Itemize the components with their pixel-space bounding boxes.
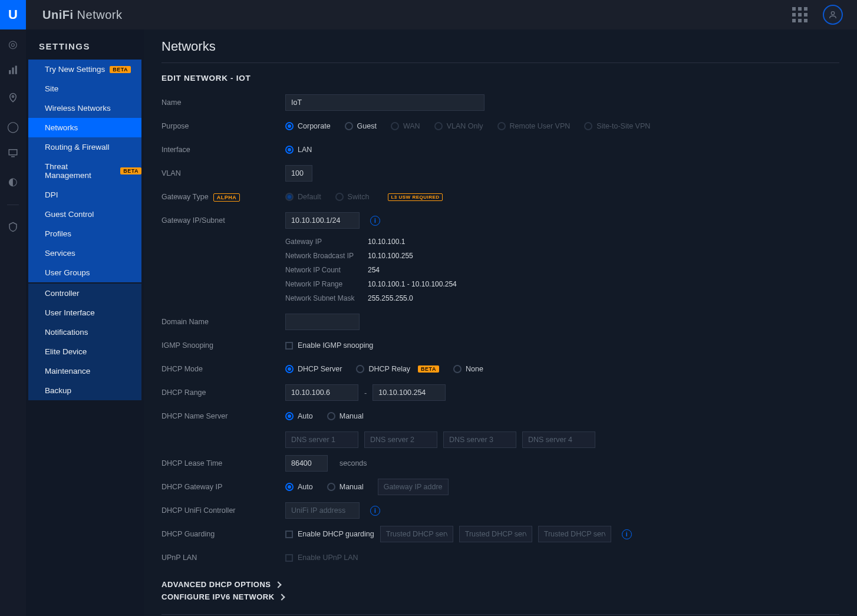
label-dhcp-guard: DHCP Guarding bbox=[161, 530, 285, 538]
sidebar-item-routing-firewall[interactable]: Routing & Firewall bbox=[28, 137, 141, 157]
igmp-checkbox[interactable]: Enable IGMP snooping bbox=[285, 341, 373, 350]
sidebar-item-notifications[interactable]: Notifications bbox=[28, 322, 141, 342]
user-avatar[interactable] bbox=[823, 5, 843, 25]
trusted-dhcp-2 bbox=[459, 526, 532, 542]
purpose-vlan-only: VLAN Only bbox=[434, 122, 483, 130]
dhcp-ns-manual[interactable]: Manual bbox=[327, 412, 364, 420]
lease-unit: seconds bbox=[339, 459, 367, 467]
sidebar-item-user-groups[interactable]: User Groups bbox=[28, 263, 141, 282]
label-dhcp-ns: DHCP Name Server bbox=[161, 412, 285, 420]
dhcp-gw-manual[interactable]: Manual bbox=[327, 483, 364, 491]
brand-logo[interactable]: U bbox=[0, 0, 26, 29]
purpose-wan: WAN bbox=[391, 122, 420, 130]
label-gateway-type: Gateway TypeALPHA bbox=[161, 193, 285, 201]
info-icon[interactable]: i bbox=[622, 529, 632, 539]
chevron-right-icon bbox=[275, 581, 281, 588]
dhcp-range-start[interactable] bbox=[285, 384, 358, 401]
label-purpose: Purpose bbox=[161, 122, 285, 130]
subinfo-k-bcast: Network Broadcast IP bbox=[285, 252, 368, 260]
purpose-corporate[interactable]: Corporate bbox=[285, 122, 331, 130]
dns1-input bbox=[285, 431, 358, 448]
beta-badge: BETA bbox=[120, 167, 141, 174]
brand-title: UniFi Network bbox=[42, 8, 122, 22]
rail-dashboard-icon[interactable]: ◎ bbox=[8, 38, 18, 51]
subinfo-v-gwip: 10.10.100.1 bbox=[368, 238, 405, 246]
sidebar-item-backup[interactable]: Backup bbox=[28, 381, 141, 400]
sidebar-item-wireless-networks[interactable]: Wireless Networks bbox=[28, 98, 141, 118]
advanced-dhcp-expander[interactable]: ADVANCED DHCP OPTIONS bbox=[161, 580, 839, 589]
l3-required-badge: L3 USW REQUIRED bbox=[388, 193, 442, 201]
rail-devices-icon[interactable]: ◯ bbox=[7, 120, 19, 133]
info-icon[interactable]: i bbox=[370, 506, 380, 516]
subinfo-v-bcast: 10.10.100.255 bbox=[368, 252, 413, 260]
apps-icon[interactable] bbox=[792, 7, 807, 22]
dhcp-lease-input[interactable] bbox=[285, 455, 328, 472]
upnp-checkbox: Enable UPnP LAN bbox=[285, 554, 358, 562]
svg-point-4 bbox=[12, 95, 14, 97]
svg-rect-1 bbox=[9, 70, 11, 74]
domain-input[interactable] bbox=[285, 314, 360, 330]
rail-shield-icon[interactable] bbox=[8, 222, 18, 235]
purpose-site-to-site-vpn: Site-to-Site VPN bbox=[584, 122, 650, 130]
dhcp-mode-none[interactable]: None bbox=[453, 365, 483, 373]
gateway-type-default: Default bbox=[285, 193, 321, 201]
vlan-input[interactable] bbox=[285, 165, 312, 182]
dns4-input bbox=[522, 431, 595, 448]
label-name: Name bbox=[161, 98, 285, 107]
sidebar-item-networks[interactable]: Networks bbox=[28, 118, 141, 137]
divider bbox=[161, 62, 839, 63]
trusted-dhcp-3 bbox=[538, 526, 611, 542]
label-domain: Domain Name bbox=[161, 318, 285, 326]
section-title: EDIT NETWORK - IOT bbox=[161, 74, 839, 83]
sidebar-item-dpi[interactable]: DPI bbox=[28, 185, 141, 205]
sidebar-item-site[interactable]: Site bbox=[28, 79, 141, 98]
rail-insights-icon[interactable]: ◐ bbox=[8, 175, 18, 188]
dhcp-range-end[interactable] bbox=[373, 384, 446, 401]
subinfo-v-count: 254 bbox=[368, 266, 380, 274]
dhcp-gw-auto[interactable]: Auto bbox=[285, 483, 313, 491]
label-dhcp-ctrl: DHCP UniFi Controller bbox=[161, 506, 285, 515]
rail-map-icon[interactable] bbox=[8, 93, 18, 106]
dhcp-relay-beta-badge: BETA bbox=[418, 365, 439, 373]
dhcp-unifi-ctrl-input[interactable] bbox=[285, 502, 360, 519]
dns2-input bbox=[364, 431, 437, 448]
nav-rail: ◎ ◯ ◐ bbox=[0, 29, 26, 616]
label-dhcp-lease: DHCP Lease Time bbox=[161, 459, 285, 467]
rail-stats-icon[interactable] bbox=[8, 65, 18, 78]
topbar: U UniFi Network bbox=[0, 0, 857, 29]
dhcp-mode-server[interactable]: DHCP Server bbox=[285, 365, 342, 373]
sidebar-item-user-interface[interactable]: User Interface bbox=[28, 303, 141, 322]
dhcp-mode-relay[interactable]: DHCP RelayBETA bbox=[356, 365, 439, 373]
purpose-remote-user-vpn: Remote User VPN bbox=[497, 122, 571, 130]
sidebar-item-controller[interactable]: Controller bbox=[28, 284, 141, 303]
label-vlan: VLAN bbox=[161, 169, 285, 177]
gateway-subnet-input[interactable] bbox=[285, 212, 360, 229]
sidebar-item-try-new-settings[interactable]: Try New SettingsBETA bbox=[28, 60, 141, 79]
page-title: Networks bbox=[161, 39, 839, 54]
sidebar-item-elite-device[interactable]: Elite Device bbox=[28, 342, 141, 361]
interface-lan[interactable]: LAN bbox=[285, 146, 312, 154]
name-input[interactable] bbox=[285, 94, 484, 111]
svg-rect-2 bbox=[12, 68, 14, 74]
subinfo-k-count: Network IP Count bbox=[285, 266, 368, 274]
chevron-right-icon bbox=[278, 594, 285, 600]
svg-rect-3 bbox=[15, 66, 17, 74]
label-interface: Interface bbox=[161, 146, 285, 154]
sidebar-item-maintenance[interactable]: Maintenance bbox=[28, 361, 141, 381]
sidebar-item-profiles[interactable]: Profiles bbox=[28, 224, 141, 243]
label-upnp: UPnP LAN bbox=[161, 554, 285, 562]
sidebar-item-services[interactable]: Services bbox=[28, 243, 141, 263]
gateway-type-switch: Switch bbox=[335, 193, 370, 201]
sidebar-item-threat-management[interactable]: Threat ManagementBETA bbox=[28, 157, 141, 185]
subinfo-v-range: 10.10.100.1 - 10.10.100.254 bbox=[368, 280, 457, 288]
info-icon[interactable]: i bbox=[370, 216, 380, 226]
label-dhcp-mode: DHCP Mode bbox=[161, 365, 285, 373]
purpose-guest[interactable]: Guest bbox=[345, 122, 377, 130]
dhcp-ns-auto[interactable]: Auto bbox=[285, 412, 313, 420]
ipv6-expander[interactable]: CONFIGURE IPV6 NETWORK bbox=[161, 592, 839, 601]
sidebar-item-guest-control[interactable]: Guest Control bbox=[28, 205, 141, 224]
dhcp-guard-checkbox[interactable]: Enable DHCP guarding bbox=[285, 530, 374, 538]
rail-clients-icon[interactable] bbox=[8, 147, 18, 161]
label-dhcp-range: DHCP Range bbox=[161, 388, 285, 397]
settings-sidebar: SETTINGS Try New SettingsBETASiteWireles… bbox=[26, 29, 144, 616]
